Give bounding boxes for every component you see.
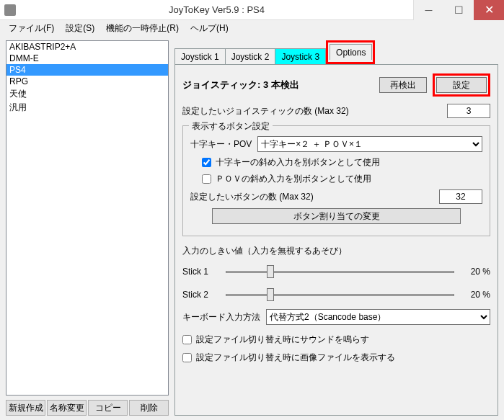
kb-method-select[interactable]: 代替方式2（Scancode base） [266, 309, 490, 325]
tab-joystick-1[interactable]: Joystick 1 [174, 48, 226, 64]
options-panel: ジョイスティック: 3 本検出 再検出 設定 設定したいジョイスティックの数 (… [174, 64, 498, 416]
menu-file[interactable]: ファイル(F) [3, 21, 60, 36]
dpad-diag-checkbox[interactable] [202, 158, 211, 167]
button-display-group: 表示するボタン設定 十字キー・POV 十字キー×２ ＋ ＰＯＶ×１ 十字キーの斜… [182, 125, 490, 236]
button-count-input[interactable] [439, 189, 482, 204]
profile-item[interactable]: 天使 [6, 87, 168, 101]
settings-button[interactable]: 設定 [436, 77, 487, 93]
pov-diag-label: ＰＯＶの斜め入力を別ボタンとして使用 [216, 173, 371, 185]
button-count-label: 設定したいボタンの数 (Max 32) [190, 191, 314, 203]
menu-help[interactable]: ヘルプ(H) [185, 21, 234, 36]
sound-label: 設定ファイル切り替え時にサウンドを鳴らす [196, 334, 369, 346]
profile-item[interactable]: 汎用 [6, 101, 168, 115]
profile-item[interactable]: RPG [6, 76, 168, 87]
stick1-slider[interactable] [226, 263, 454, 280]
stick2-value: 20 % [461, 290, 490, 300]
new-button[interactable]: 新規作成 [6, 400, 45, 416]
pov-label: 十字キー・POV [190, 138, 252, 151]
tab-joystick-3[interactable]: Joystick 3 [275, 48, 326, 64]
tab-joystick-2[interactable]: Joystick 2 [225, 48, 276, 64]
minimize-button[interactable]: ─ [413, 0, 443, 20]
rename-button[interactable]: 名称変更 [47, 400, 87, 416]
dpad-diag-label: 十字キーの斜め入力を別ボタンとして使用 [216, 156, 380, 169]
tab-options[interactable]: Options [330, 44, 372, 60]
tab-strip: Joystick 1Joystick 2Joystick 3Options [174, 40, 498, 64]
window-title: JoyToKey Ver5.9 : PS4 [20, 4, 413, 15]
copy-button[interactable]: コピー [88, 400, 128, 416]
image-label: 設定ファイル切り替え時に画像ファイルを表示する [196, 352, 395, 364]
joystick-count-input[interactable] [447, 104, 490, 118]
close-button[interactable]: ✕ [474, 0, 504, 20]
profile-item[interactable]: PS4 [6, 64, 168, 76]
options-tab-highlight: Options [326, 40, 375, 64]
stick1-value: 20 % [461, 267, 490, 277]
threshold-heading: 入力のしきい値（入力を無視するあそび） [182, 245, 490, 257]
stick2-label: Stick 2 [182, 290, 218, 300]
stick1-label: Stick 1 [182, 267, 218, 277]
joystick-count-label: 設定したいジョイスティックの数 (Max 32) [182, 105, 349, 117]
profile-listbox[interactable]: AKIBASTRIP2+ADMM-EPS4RPG天使汎用 [6, 40, 169, 396]
menu-pause[interactable]: 機能の一時停止(R) [100, 21, 185, 36]
redetect-button[interactable]: 再検出 [379, 77, 427, 93]
group-legend: 表示するボタン設定 [189, 120, 273, 133]
image-checkbox[interactable] [182, 353, 192, 362]
joystick-detect-heading: ジョイスティック: 3 本検出 [182, 79, 299, 91]
delete-button[interactable]: 削除 [129, 400, 169, 416]
titlebar: JoyToKey Ver5.9 : PS4 ─ ☐ ✕ [0, 0, 504, 20]
app-icon [4, 4, 16, 16]
stick2-slider[interactable] [226, 286, 454, 303]
profile-item[interactable]: AKIBASTRIP2+A [6, 41, 168, 53]
pov-diag-checkbox[interactable] [202, 174, 211, 184]
menubar: ファイル(F) 設定(S) 機能の一時停止(R) ヘルプ(H) [0, 20, 504, 36]
pov-select[interactable]: 十字キー×２ ＋ ＰＯＶ×１ [257, 136, 482, 152]
settings-button-highlight: 設定 [433, 73, 490, 97]
kb-method-label: キーボード入力方法 [182, 311, 260, 323]
change-assign-button[interactable]: ボタン割り当ての変更 [212, 208, 461, 224]
menu-settings[interactable]: 設定(S) [60, 21, 100, 36]
profile-item[interactable]: DMM-E [6, 53, 168, 64]
maximize-button[interactable]: ☐ [443, 0, 474, 20]
sound-checkbox[interactable] [182, 335, 192, 344]
